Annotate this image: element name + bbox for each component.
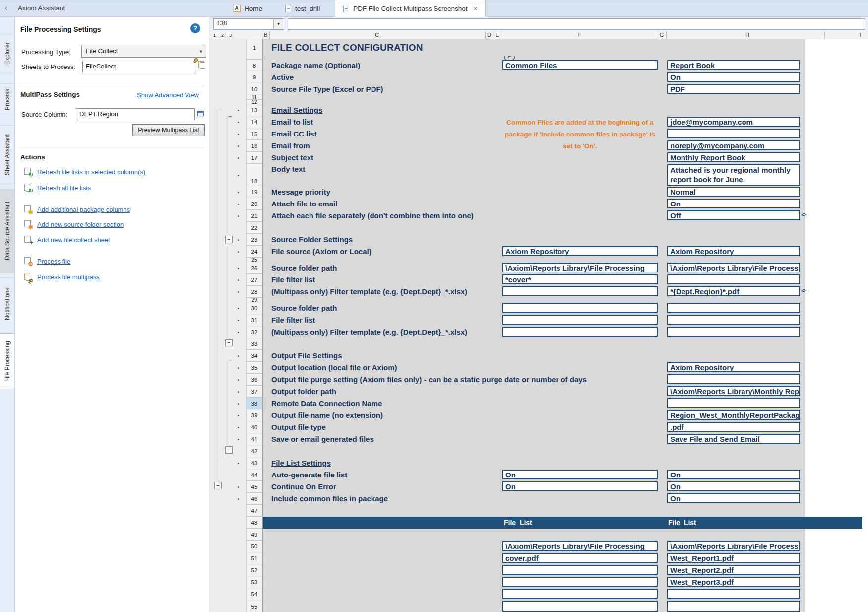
cell-input-f[interactable]: \Axiom\Reports Library\File Processing xyxy=(502,541,658,551)
row-number[interactable]: 17 xyxy=(247,152,263,164)
row-label[interactable]: File filter list xyxy=(263,274,315,286)
column-header-d[interactable]: D xyxy=(487,32,491,38)
row-label[interactable]: Save or email generated files xyxy=(263,433,374,445)
action-pages-refresh[interactable]: ↻Refresh all file lists xyxy=(23,183,91,192)
row-label[interactable]: (Multipass only) Filter template (e.g. {… xyxy=(263,286,467,298)
section-header[interactable]: Email Settings xyxy=(263,104,322,116)
row-label[interactable]: Output file name (no extension) xyxy=(263,409,383,421)
cell-input-h[interactable]: Region_West_MonthlyReportPackage xyxy=(667,410,800,420)
side-tab-notifications[interactable]: Notifications xyxy=(0,277,14,330)
section-header[interactable]: File List Settings xyxy=(263,457,331,469)
cell-input-f[interactable] xyxy=(502,577,658,587)
row-number[interactable]: 46 xyxy=(247,493,263,505)
row-label[interactable]: Subject text xyxy=(263,152,313,164)
cell-input-f[interactable]: On xyxy=(502,481,658,491)
cell-input-f[interactable]: \Axiom\Reports Library\File Processing xyxy=(502,263,658,272)
section-header[interactable]: Output File Settings xyxy=(263,350,342,362)
cell-input-f[interactable] xyxy=(502,589,658,599)
action-label[interactable]: Process file xyxy=(37,258,70,265)
action-page-refresh[interactable]: ↻Refresh file lists in selected column(s… xyxy=(23,167,145,176)
cell-input-h[interactable]: Report Book xyxy=(667,60,800,70)
action-label[interactable]: Add additional package columns xyxy=(37,206,130,213)
name-box[interactable]: T38 ▼ xyxy=(213,18,284,30)
cell-input-h[interactable]: On xyxy=(667,72,800,82)
row-number[interactable]: 52 xyxy=(247,564,263,576)
cell-input-h[interactable]: \Axiom\Reports Library\File Processing xyxy=(667,263,800,272)
column-header-h[interactable]: H xyxy=(745,32,749,38)
row-number[interactable]: 26 xyxy=(247,262,263,274)
cell-input-h[interactable]: Normal xyxy=(667,187,800,197)
column-header-i[interactable]: I xyxy=(859,32,861,38)
row-number[interactable]: 10 xyxy=(247,83,263,95)
row-number[interactable]: 41 xyxy=(247,433,263,445)
action-label[interactable]: Process file multipass xyxy=(37,273,100,281)
row-number[interactable]: 23 xyxy=(247,234,263,246)
row-number[interactable] xyxy=(247,56,263,60)
row-label[interactable]: Message priority xyxy=(263,186,330,198)
row-label[interactable]: Output location (local file or Axiom) xyxy=(263,362,397,374)
cell-input-h[interactable] xyxy=(667,129,800,138)
collapse-group-button[interactable]: − xyxy=(225,236,233,243)
cell-input-h[interactable]: On xyxy=(667,470,800,479)
row-label[interactable]: Output file purge setting (Axiom files o… xyxy=(263,374,587,386)
cell-input-h[interactable]: On xyxy=(667,493,800,503)
cell-input-h[interactable]: PDF xyxy=(667,84,800,94)
row-number[interactable]: 9 xyxy=(247,71,263,83)
action-page-add[interactable]: +Add new file collect sheet xyxy=(23,235,110,244)
row-number[interactable]: 21 xyxy=(247,210,263,222)
row-label[interactable]: Output folder path xyxy=(263,386,336,398)
cell-input-f[interactable]: cover.pdf xyxy=(502,553,658,563)
row-number[interactable]: 55 xyxy=(247,600,263,612)
sheet-title[interactable]: FILE COLLECT CONFIGURATION xyxy=(263,39,423,56)
cell-input-h[interactable] xyxy=(667,303,800,313)
row-label[interactable]: Auto-generate file list xyxy=(263,469,347,481)
cell-input-h[interactable]: noreply@mycompany.com xyxy=(667,140,800,150)
row-number[interactable]: 8 xyxy=(247,60,263,71)
sheets-to-process-input[interactable]: FileCollect xyxy=(82,61,196,72)
cell-input-h[interactable]: West_Report3.pdf xyxy=(667,577,800,587)
outline-level-button-1[interactable]: 1 xyxy=(211,32,218,38)
side-tab-data-source-assistant[interactable]: Data Source Assistant xyxy=(0,189,14,273)
column-header-g[interactable]: G xyxy=(660,32,664,38)
cell-input-f[interactable] xyxy=(502,601,658,612)
collapse-group-button[interactable]: − xyxy=(225,446,233,454)
row-number[interactable]: 33 xyxy=(247,338,263,350)
action-label[interactable]: Refresh all file lists xyxy=(37,184,91,192)
row-label[interactable]: Output file type xyxy=(263,421,326,433)
formula-bar[interactable] xyxy=(288,18,865,30)
cell-input-f[interactable] xyxy=(502,303,658,313)
action-section-add[interactable]: ✱Add new source folder section xyxy=(23,220,124,229)
row-number[interactable]: 1 xyxy=(247,39,263,56)
cell-input-h[interactable] xyxy=(667,589,800,599)
row-number[interactable]: 11 xyxy=(247,95,263,100)
row-number[interactable]: 48 xyxy=(247,517,263,529)
row-label[interactable]: Source File Type (Excel or PDF) xyxy=(263,83,383,95)
action-pages-search[interactable]: Process file multipass xyxy=(23,272,100,281)
row-number[interactable]: 54 xyxy=(247,588,263,600)
column-header-b[interactable]: B xyxy=(264,32,267,38)
column-picker-table-icon[interactable] xyxy=(197,109,208,120)
row-number[interactable]: 18 xyxy=(247,164,263,186)
side-tab-file-processing[interactable]: File Processing xyxy=(0,333,14,389)
row-label[interactable]: (Multipass only) Filter template (e.g. {… xyxy=(263,326,467,338)
name-box-dropdown-icon[interactable]: ▼ xyxy=(273,19,283,29)
row-label[interactable]: Attach each file separately (don't combi… xyxy=(263,210,474,222)
cell-input-h[interactable]: *{Dept.Region}*.pdf xyxy=(667,286,800,296)
sheet-picker-search-icon[interactable] xyxy=(197,61,208,71)
row-label[interactable]: File source (Axiom or Local) xyxy=(263,246,372,258)
column-header-e[interactable]: E xyxy=(496,32,499,38)
cell-input-h[interactable] xyxy=(667,374,800,384)
row-cells[interactable]: File ListFile List xyxy=(263,517,868,529)
cell-input-h[interactable] xyxy=(667,274,800,284)
doc-tab-home[interactable]: AHome xyxy=(225,0,270,17)
row-label[interactable]: File filter list xyxy=(263,314,315,326)
row-label[interactable]: Active xyxy=(263,71,294,83)
cell-input-f[interactable] xyxy=(502,315,658,325)
collapse-group-button[interactable]: − xyxy=(225,339,233,346)
collapse-group-button[interactable]: − xyxy=(214,482,222,489)
row-number[interactable]: 51 xyxy=(247,552,263,564)
row-number[interactable]: 32 xyxy=(247,326,263,338)
row-label[interactable]: Email to list xyxy=(263,116,313,128)
cell-input-h[interactable]: Monthly Report Book xyxy=(667,152,800,162)
cell-input-f[interactable]: Common Files xyxy=(502,60,658,70)
